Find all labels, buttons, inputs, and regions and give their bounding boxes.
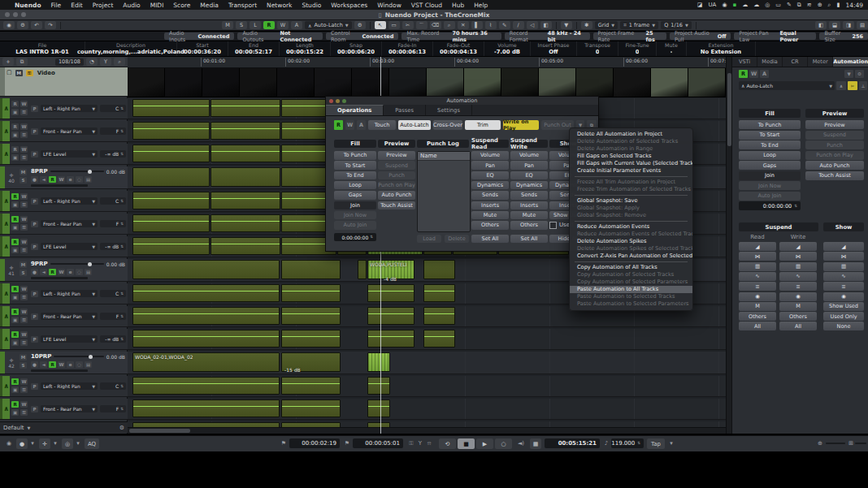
audio-event[interactable] [132, 237, 210, 255]
menu-item-score[interactable]: Score [168, 2, 195, 9]
parameter-select[interactable]: Front - Rear Pan▼ [41, 220, 98, 227]
infoline-col-transpose[interactable]: Transpose0 [577, 41, 618, 56]
fill-time-field[interactable]: 0:00:00:00⇅ [739, 201, 801, 210]
inserts-state-icon[interactable]: ▤ [85, 176, 92, 183]
mode-cross-over-button[interactable]: Cross-Over [433, 120, 462, 130]
edit-icon[interactable]: ▣ [11, 294, 19, 300]
ap-preview-preview-button[interactable]: Preview [378, 151, 415, 160]
primary-time-display[interactable]: 00:05:15:21 [545, 438, 600, 448]
grid-type-select[interactable]: ⌗1 frame▼ [620, 21, 658, 29]
track-header-8prp[interactable]: ✛40MS8PRP0.00 dB●◄RWe◌▤ [0, 166, 128, 189]
chevron-down-icon[interactable]: ▾ [29, 438, 36, 448]
ap-fill-to-start-button[interactable]: To Start [334, 161, 376, 170]
lower-zone-icon[interactable]: ⬓ [829, 21, 840, 29]
mute-button[interactable]: M [20, 169, 27, 175]
right-zone-tab-media[interactable]: Media [757, 57, 783, 67]
solo-button[interactable]: S [20, 270, 27, 276]
ap-preview-touch-assist-button[interactable]: Touch Assist [378, 201, 415, 210]
project-row[interactable] [128, 376, 726, 397]
ap-suspend-write-eq-button[interactable]: EQ [510, 171, 548, 180]
preview-touch-assist-button[interactable]: Touch Assist [805, 171, 864, 180]
menu-item-studio[interactable]: Studio [297, 2, 326, 9]
parameter-select[interactable]: Left - Right Pan▼ [41, 290, 98, 297]
fill-auto-join-button[interactable]: Auto Join [739, 192, 801, 201]
ap-fill-to-punch-button[interactable]: To Punch [334, 151, 376, 160]
infoline-col-end[interactable]: End00:00:52:17 [228, 41, 280, 56]
infoline-col-insert-phase[interactable]: Insert PhaseOff [531, 41, 577, 56]
fill-to-start-button[interactable]: To Start [739, 131, 801, 140]
project-row[interactable] [128, 329, 726, 350]
quantize-select[interactable]: Q1/16▼ [661, 21, 692, 29]
ap-preview-suspend-button[interactable]: Suspend [378, 161, 415, 170]
record-mode-button[interactable]: ● [16, 438, 28, 449]
automation-panel-window[interactable]: Automation OperationsPassesSettings RWAT… [325, 96, 599, 252]
read-automation-button[interactable]: R [11, 309, 19, 315]
read-automation-button[interactable]: R [11, 146, 19, 153]
ap-suspend-read-dynamics-button[interactable]: Dynamics [471, 181, 509, 190]
audio-event[interactable] [132, 167, 210, 187]
split-tool[interactable]: ✂ [402, 21, 414, 29]
volume-slider[interactable] [54, 356, 103, 357]
write-automation-button[interactable]: W [20, 401, 28, 408]
record-enable-icon[interactable]: ● [31, 176, 38, 183]
read-automation-button[interactable]: R [11, 286, 19, 292]
infoline-col-description[interactable]: Descriptioncountry,morning,...adriatic,P… [85, 41, 177, 56]
show-pan-icon[interactable]: ⋈ [823, 252, 864, 261]
menu-item-copy-automation-of-all-tracks[interactable]: Copy Automation of All Tracks [570, 264, 692, 271]
volume-slider-knob[interactable] [88, 262, 92, 266]
read-automation-button[interactable]: R [11, 123, 19, 130]
draw-tool[interactable]: ✎ [499, 21, 510, 29]
punch-log-list[interactable]: Name [417, 151, 471, 232]
preview-punch-on-play-button[interactable]: Punch on Play [805, 151, 864, 160]
zoom-tool[interactable]: ⌕ [444, 21, 455, 29]
write-automation-button[interactable]: W [20, 286, 28, 292]
audio-event[interactable] [423, 260, 455, 279]
fill-join-now-button[interactable]: Join Now [739, 181, 801, 190]
value-stepper-icon[interactable]: ⇅ [120, 200, 124, 203]
write-automation-button[interactable]: W [58, 176, 65, 183]
preview-suspend-button[interactable]: Suspend [805, 131, 864, 140]
infoline-col-start[interactable]: Start00:00:36:20 [177, 41, 228, 56]
parameter-value[interactable]: -∞ dB⇅ [100, 335, 126, 343]
setup-window-layout-icon[interactable]: ▤ [857, 21, 868, 29]
audio-event[interactable] [281, 260, 341, 279]
audio-event[interactable] [281, 377, 341, 395]
audio-event[interactable] [210, 192, 280, 209]
value-stepper-icon[interactable]: ⇅ [120, 130, 124, 133]
tap-tempo-button[interactable]: Tap [647, 438, 665, 449]
lock-icon[interactable]: ⚿ [20, 154, 28, 161]
parameter-select[interactable]: Front - Rear Pan▼ [41, 405, 98, 412]
object-selection-tool[interactable]: ↖ [375, 21, 386, 29]
audio-event[interactable] [358, 260, 367, 279]
mode-write-on-play-button[interactable]: Write on Play [503, 120, 539, 130]
write-automation-button[interactable]: W [20, 193, 28, 200]
search-icon[interactable]: ⌕ [828, 2, 831, 8]
ap-fill-loop-button[interactable]: Loop [334, 181, 376, 190]
audio-event[interactable] [281, 399, 341, 417]
audio-event[interactable] [367, 307, 414, 325]
ap-preview-punch-button[interactable]: Punch [378, 171, 415, 180]
infoline-col-file[interactable]: FileLAS INTRO 1R-01 [0, 41, 85, 56]
freeze-icon[interactable]: ◌ [76, 176, 83, 183]
read-automation-button[interactable]: R [11, 193, 19, 200]
menu-item-workspaces[interactable]: Workspaces [326, 2, 372, 9]
suspend-write-others-button[interactable]: Others [779, 312, 817, 321]
suspend-write-sends-icon[interactable]: ≡ [779, 282, 817, 291]
write-automation-button[interactable]: W [20, 216, 28, 222]
parameter-value[interactable]: -∞ dB⇅ [100, 243, 126, 250]
chevron-down-icon[interactable]: ▾ [668, 438, 675, 448]
menu-item-edit[interactable]: Edit [66, 2, 88, 9]
menu-item-audio[interactable]: Audio [118, 2, 145, 9]
minimize-icon[interactable] [336, 99, 340, 103]
project-setup-icon[interactable]: ⚙ [17, 21, 28, 29]
infoline-col-length[interactable]: Length00:00:15:22 [280, 41, 331, 56]
ap-suspend-write-set-all-button[interactable]: Set All [510, 235, 548, 243]
edit-icon[interactable]: ▣ [11, 387, 19, 393]
write-automation-button[interactable]: W [20, 146, 28, 153]
ap-suspend-write-inserts-button[interactable]: Inserts [510, 201, 548, 210]
menu-item-delete-automation-spikes[interactable]: Delete Automation Spikes [570, 238, 692, 245]
audio-event[interactable] [132, 214, 210, 232]
ap-suspend-read-set-all-button[interactable]: Set All [471, 235, 509, 243]
ap-suspend-write-pan-button[interactable]: Pan [510, 161, 548, 170]
parameter-value[interactable]: -∞ dB⇅ [100, 150, 126, 158]
